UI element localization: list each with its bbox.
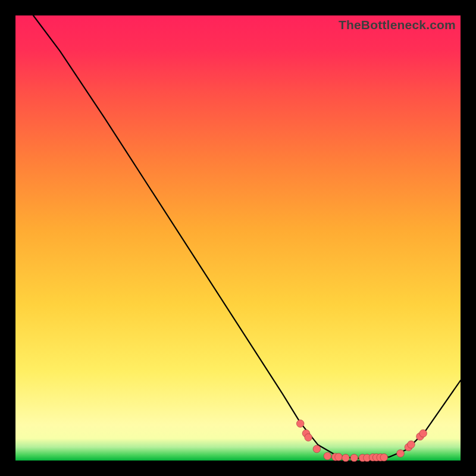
marker-layer <box>296 420 427 462</box>
data-point <box>350 454 358 462</box>
data-point <box>296 420 304 428</box>
data-point <box>408 441 415 449</box>
curve-line <box>33 15 461 458</box>
plot-area: TheBottleneck.com <box>15 15 461 461</box>
data-point <box>342 454 350 462</box>
chart-frame: TheBottleneck.com <box>0 0 476 476</box>
data-point <box>324 452 331 460</box>
data-point <box>380 453 388 461</box>
data-point <box>419 430 427 437</box>
data-point <box>335 453 343 461</box>
data-point <box>397 450 405 458</box>
chart-overlay <box>15 15 461 461</box>
data-point <box>313 445 321 453</box>
data-point <box>305 434 312 441</box>
